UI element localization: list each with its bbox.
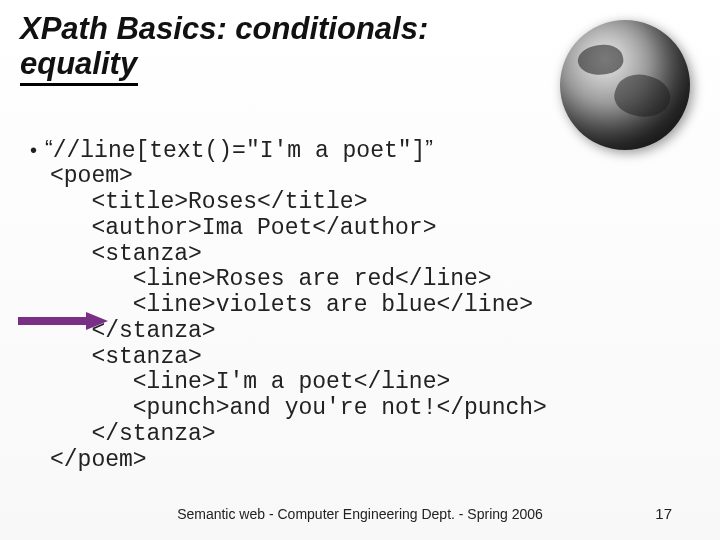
page-number: 17	[655, 505, 672, 522]
xml-example: <poem> <title>Roses</title> <author>Ima …	[50, 164, 700, 473]
slide: XPath Basics: conditionals: equality • “…	[0, 0, 720, 540]
xpath-expression: “//line[text()="I'm a poet"]”	[45, 136, 433, 164]
footer-text: Semantic web - Computer Engineering Dept…	[0, 506, 720, 522]
title-underline	[20, 83, 138, 86]
arrow-head-icon	[86, 312, 108, 330]
slide-title: XPath Basics: conditionals: equality	[20, 12, 540, 81]
arrow-shaft	[18, 317, 88, 325]
close-quote: ”	[425, 136, 433, 162]
bullet-icon: •	[30, 140, 37, 160]
open-quote: “	[45, 136, 53, 162]
expr-body: //line[text()="I'm a poet"]	[53, 138, 426, 164]
globe-decoration	[560, 20, 690, 150]
pointer-arrow	[18, 312, 108, 330]
content-area: • “//line[text()="I'm a poet"]” <poem> <…	[30, 136, 700, 473]
